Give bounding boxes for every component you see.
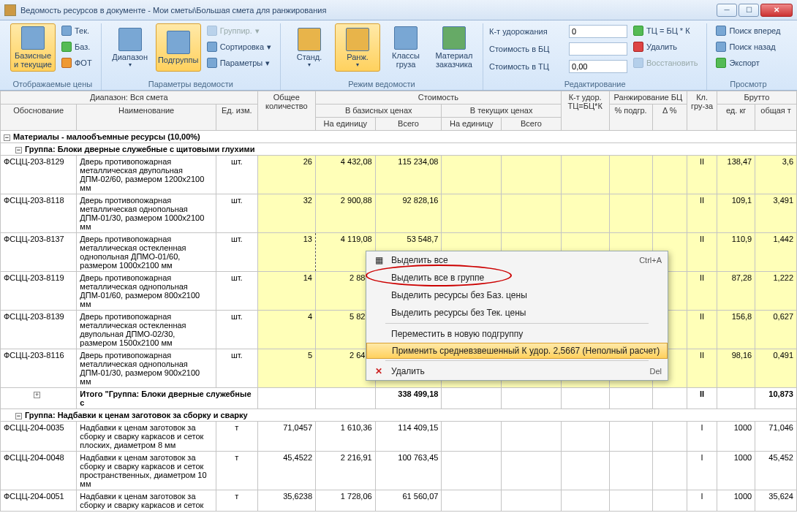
minimize-button[interactable]: ─ (717, 4, 737, 17)
baz-checkbox[interactable]: Баз. (58, 39, 95, 54)
subgroups-button[interactable]: Подгруппы (156, 23, 201, 72)
table-row[interactable]: ФСЦЦ-203-8118Дверь противопожарная метал… (1, 194, 797, 233)
kudor-input[interactable] (569, 25, 627, 38)
export-button[interactable]: Экспорт (713, 56, 783, 70)
ctx-select-all-group[interactable]: Выделить все в группе (366, 269, 668, 286)
table-row[interactable]: ФСЦЦ-203-8129Дверь противопожарная метал… (1, 156, 797, 194)
restore-button[interactable]: Восстановить (630, 56, 700, 70)
cost-tc-input[interactable] (569, 60, 627, 73)
search-back-button[interactable]: Поиск назад (713, 39, 783, 54)
ribbon-group-label: Параметры ведомости (107, 78, 274, 90)
delete-button[interactable]: Удалить (630, 39, 700, 54)
group-button[interactable]: Группир. ▾ (204, 23, 274, 38)
tc-formula-button[interactable]: ТЦ = БЦ * К (630, 23, 700, 38)
table-row[interactable]: ФСЦЦ-204-0051Надбавки к ценам заготовок … (1, 490, 797, 512)
app-icon (4, 4, 16, 16)
close-button[interactable]: ✕ (760, 4, 793, 17)
ctx-select-no-cur[interactable]: Выделить ресурсы без Тек. цены (366, 304, 668, 322)
ctx-apply-kudor[interactable]: Применить средневзвешенный К удор. 2,566… (366, 343, 668, 359)
ctx-move-subgroup[interactable]: Переместить в новую подгруппу (366, 325, 668, 343)
ctx-delete[interactable]: ✕УдалитьDel (366, 362, 668, 380)
search-forward-button[interactable]: Поиск вперед (713, 23, 783, 38)
fot-checkbox[interactable]: ФОТ (58, 56, 95, 70)
cost-bc-input[interactable] (569, 42, 627, 56)
base-current-button[interactable]: Базисные и текущие (10, 23, 56, 72)
tek-checkbox[interactable]: Тек. (58, 23, 95, 38)
table-row[interactable]: ФСЦЦ-204-0048Надбавки к ценам заготовок … (1, 452, 797, 490)
sort-button[interactable]: Сортировка ▾ (204, 39, 274, 54)
ribbon-group-label: Отображаемые цены (10, 78, 95, 90)
title-bar: Ведомость ресурсов в документе - Мои сме… (0, 0, 797, 20)
table-row[interactable]: ФСЦЦ-204-0035Надбавки к ценам заготовок … (1, 422, 797, 452)
ribbon: Базисные и текущие Тек. Баз. ФОТ Отображ… (0, 20, 797, 91)
ribbon-group-label: Режим ведомости (287, 78, 477, 90)
ctx-select-all[interactable]: ▦Выделить всеCtrl+A (366, 251, 668, 269)
ctx-select-no-base[interactable]: Выделить ресурсы без Баз. цены (366, 286, 668, 304)
range-button[interactable]: Диапазон▾ (107, 23, 153, 72)
standard-button[interactable]: Станд.▾ (287, 23, 332, 72)
window-title: Ведомость ресурсов в документе - Мои сме… (20, 6, 717, 15)
ribbon-group-label: Редактирование (489, 78, 700, 90)
ribbon-group-label: Просмотр (713, 78, 783, 90)
maximize-button[interactable]: ☐ (739, 4, 759, 17)
cargo-class-button[interactable]: Классы груза (383, 23, 428, 72)
context-menu: ▦Выделить всеCtrl+A Выделить все в групп… (366, 251, 668, 381)
rank-button[interactable]: Ранж.▾ (335, 23, 380, 72)
params-button[interactable]: Параметры ▾ (204, 56, 274, 70)
customer-material-button[interactable]: Материал заказчика (431, 23, 477, 72)
